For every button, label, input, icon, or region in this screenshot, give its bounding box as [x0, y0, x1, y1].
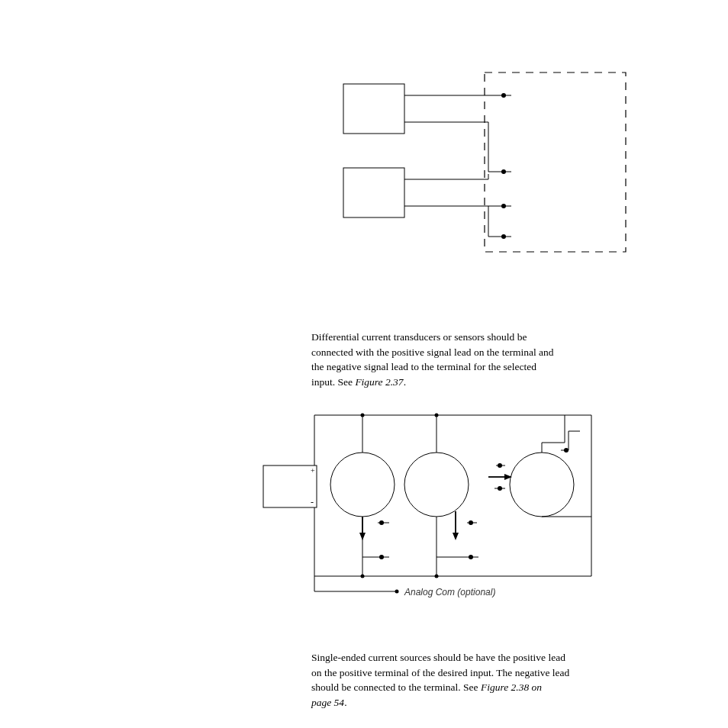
svg-rect-0	[343, 84, 404, 134]
para2-figure-ref-b: page 54	[311, 697, 344, 708]
diagram-bottom: + -	[0, 389, 728, 656]
para2-figure-ref-a: Figure 2.38 on	[481, 681, 542, 693]
paragraph-differential: Differential current transducers or sens…	[311, 330, 639, 389]
svg-marker-46	[453, 533, 459, 540]
para1-line2: connected with the positive signal lead …	[311, 346, 554, 358]
para1-figure-ref: Figure 2.37	[355, 376, 403, 388]
svg-point-15	[501, 93, 506, 98]
svg-point-29	[510, 453, 574, 517]
svg-point-17	[501, 204, 506, 208]
svg-point-16	[501, 169, 506, 174]
paragraph-single-ended: Single-ended current sources should be h…	[311, 650, 639, 710]
svg-point-28	[404, 453, 469, 517]
svg-marker-39	[359, 533, 366, 540]
svg-point-18	[501, 234, 506, 239]
svg-rect-24	[263, 465, 317, 507]
svg-point-65	[435, 575, 439, 578]
para1-line1: Differential current transducers or sens…	[311, 331, 527, 343]
svg-point-59	[564, 448, 569, 453]
analog-com-label: Analog Com (optional)	[404, 587, 495, 598]
svg-point-68	[395, 590, 399, 594]
svg-point-64	[361, 575, 365, 578]
para2-line4-suffix: .	[344, 697, 346, 708]
para2-line1: Single-ended current sources should be h…	[311, 652, 565, 663]
svg-text:+: +	[311, 466, 315, 475]
para1-line4-prefix: input. See	[311, 376, 355, 388]
para1-line3: the negative signal lead to the terminal…	[311, 361, 536, 372]
svg-rect-1	[343, 168, 404, 217]
svg-point-62	[361, 414, 365, 417]
para2-line2: on the positive terminal of the desired …	[311, 667, 569, 678]
svg-text:-: -	[311, 497, 314, 507]
svg-point-27	[330, 453, 395, 517]
diagram-top	[0, 0, 728, 290]
svg-point-63	[435, 414, 439, 417]
para1-line4-suffix: .	[404, 376, 406, 388]
para2-line3-prefix: should be connected to the terminal. See	[311, 681, 481, 693]
